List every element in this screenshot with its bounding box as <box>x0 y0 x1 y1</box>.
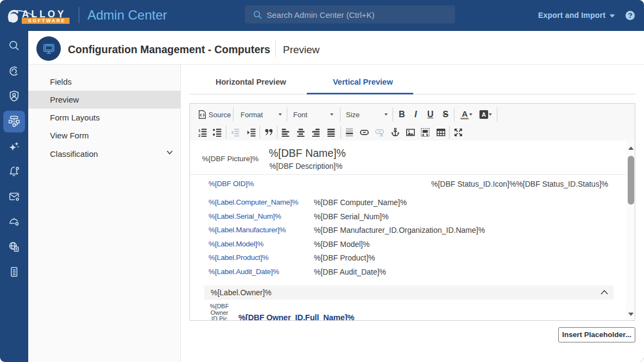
svg-text:2: 2 <box>198 133 201 137</box>
svg-text:1: 1 <box>198 128 201 133</box>
svg-text:SOFTWARE: SOFTWARE <box>28 18 66 23</box>
